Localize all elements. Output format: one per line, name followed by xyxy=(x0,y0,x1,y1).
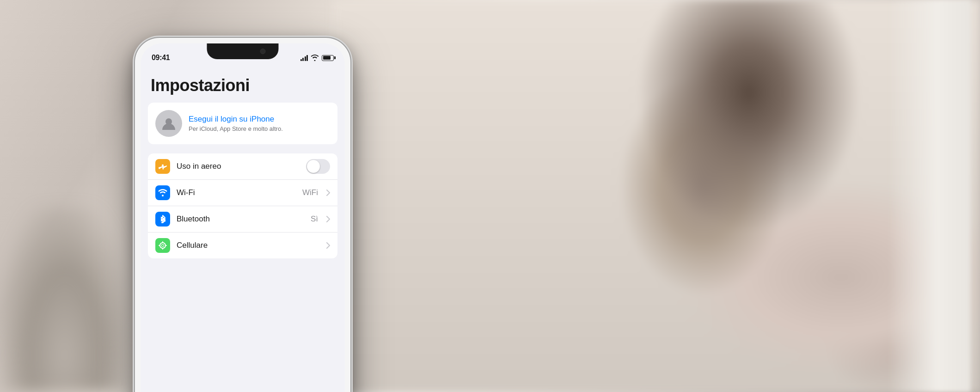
airplane-icon xyxy=(158,162,167,171)
wifi-status-icon xyxy=(311,55,319,61)
wifi-chevron-icon xyxy=(326,190,330,196)
person-silhouette xyxy=(333,0,980,392)
window-light xyxy=(888,0,971,392)
signal-bars-icon xyxy=(300,55,308,61)
svg-point-3 xyxy=(162,245,164,246)
iphone-device: 09:41 xyxy=(134,37,351,392)
couch-decoration xyxy=(0,207,129,392)
wifi-label: Wi-Fi xyxy=(177,188,296,197)
profile-card[interactable]: Esegui il login su iPhone Per iCloud, Ap… xyxy=(148,103,337,144)
svg-point-1 xyxy=(162,195,164,196)
signal-bar-2 xyxy=(302,58,304,61)
airplane-label: Uso in aereo xyxy=(177,162,300,171)
signal-bar-3 xyxy=(305,56,306,61)
bluetooth-setting-icon xyxy=(158,214,167,224)
settings-row-wifi[interactable]: Wi-Fi WiFi xyxy=(148,180,337,206)
profile-text: Esegui il login su iPhone Per iCloud, Ap… xyxy=(189,115,330,132)
cellular-setting-icon xyxy=(158,241,167,250)
airplane-toggle[interactable] xyxy=(306,159,330,174)
settings-row-bluetooth[interactable]: Bluetooth Sì xyxy=(148,206,337,233)
signal-bar-1 xyxy=(300,59,302,61)
battery-status-icon xyxy=(322,55,334,61)
notch xyxy=(207,43,279,59)
iphone-screen: 09:41 xyxy=(141,43,345,392)
wifi-value: WiFi xyxy=(302,188,318,197)
bluetooth-chevron-icon xyxy=(326,216,330,222)
avatar-icon xyxy=(161,116,176,131)
settings-row-airplane[interactable]: Uso in aereo xyxy=(148,153,337,180)
profile-signin-label: Esegui il login su iPhone xyxy=(189,115,330,124)
cellular-chevron-icon xyxy=(326,242,330,249)
bluetooth-icon-bg xyxy=(155,212,170,227)
status-icons xyxy=(300,55,334,61)
page-title: Impostazioni xyxy=(141,71,345,103)
cellular-label: Cellulare xyxy=(177,241,320,250)
wifi-icon-bg xyxy=(155,185,170,200)
status-time: 09:41 xyxy=(152,54,170,62)
settings-group-connectivity: Uso in aereo xyxy=(148,153,337,258)
iphone-frame: 09:41 xyxy=(134,37,351,392)
wifi-setting-icon xyxy=(158,188,167,197)
settings-row-cellular[interactable]: Cellulare xyxy=(148,233,337,258)
battery-fill xyxy=(323,56,331,60)
battery-tip xyxy=(334,56,336,59)
avatar xyxy=(155,110,182,137)
settings-content: Impostazioni Esegui il login su iPhone P… xyxy=(141,67,345,392)
signal-bar-4 xyxy=(306,55,308,61)
profile-sub-label: Per iCloud, App Store e molto altro. xyxy=(189,125,330,132)
bluetooth-value: Sì xyxy=(311,214,318,224)
toggle-thumb xyxy=(307,160,320,173)
airplane-icon-bg xyxy=(155,159,170,174)
bluetooth-label: Bluetooth xyxy=(177,214,304,224)
camera xyxy=(260,49,266,54)
cellular-icon-bg xyxy=(155,238,170,253)
